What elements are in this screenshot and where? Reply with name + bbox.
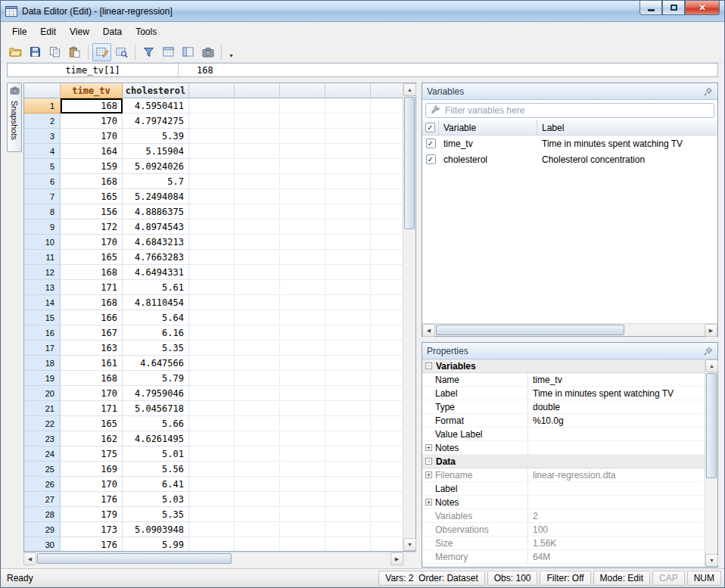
cell-time_tv-23[interactable]: 162 (61, 431, 123, 446)
cell-empty[interactable] (189, 250, 235, 265)
cell-empty[interactable] (189, 492, 235, 507)
cell-empty[interactable] (325, 522, 371, 537)
cell-empty[interactable] (325, 492, 371, 507)
cell-empty[interactable] (325, 431, 371, 446)
row-number[interactable]: 25 (24, 462, 61, 477)
cell-empty[interactable] (280, 250, 325, 265)
cell-cholesterol-25[interactable]: 5.56 (123, 462, 189, 477)
cell-empty[interactable] (280, 522, 325, 537)
cell-time_tv-9[interactable]: 172 (61, 219, 123, 235)
cell-empty[interactable] (371, 446, 403, 462)
row-number[interactable]: 30 (24, 537, 61, 551)
cell-empty[interactable] (371, 280, 403, 295)
scroll-right-button[interactable]: ▶ (391, 552, 403, 565)
expander-icon[interactable]: - (425, 362, 432, 369)
cell-time_tv-17[interactable]: 163 (61, 341, 123, 356)
row-number[interactable]: 6 (24, 174, 61, 189)
cell-empty[interactable] (235, 477, 280, 492)
cell-empty[interactable] (325, 250, 371, 265)
cell-empty[interactable] (325, 341, 371, 356)
cell-empty[interactable] (189, 280, 235, 295)
cell-empty[interactable] (280, 356, 325, 371)
cell-empty[interactable] (371, 310, 403, 325)
scroll-up-button[interactable]: ▲ (705, 359, 718, 372)
property-value[interactable]: 64M (528, 550, 705, 563)
scroll-down-button[interactable]: ▼ (403, 538, 416, 551)
cell-empty[interactable] (280, 98, 325, 114)
properties-vscroll-track[interactable] (705, 372, 717, 554)
property-value[interactable] (528, 482, 705, 495)
cell-empty[interactable] (189, 310, 235, 325)
cell-empty[interactable] (235, 219, 280, 235)
cell-empty[interactable] (189, 386, 235, 401)
row-number[interactable]: 21 (24, 401, 61, 416)
row-number[interactable]: 18 (24, 356, 61, 371)
cell-empty[interactable] (235, 189, 280, 204)
cell-empty[interactable] (325, 129, 371, 144)
cell-cholesterol-15[interactable]: 5.64 (123, 310, 189, 325)
cell-cholesterol-9[interactable]: 4.8974543 (123, 219, 189, 235)
cell-cholesterol-30[interactable]: 5.99 (123, 537, 189, 551)
cell-reference[interactable]: time_tv[1] (8, 64, 179, 76)
property-value[interactable]: double (528, 400, 705, 413)
row-number[interactable]: 5 (24, 159, 61, 174)
cell-cholesterol-28[interactable]: 5.35 (123, 507, 189, 522)
cell-time_tv-19[interactable]: 168 (61, 371, 123, 386)
row-number[interactable]: 2 (24, 114, 61, 129)
cell-time_tv-4[interactable]: 164 (61, 144, 123, 159)
cell-time_tv-8[interactable]: 156 (61, 204, 123, 219)
cell-empty[interactable] (280, 219, 325, 235)
checkbox-icon[interactable]: ✓ (426, 138, 436, 148)
cell-empty[interactable] (189, 204, 235, 219)
cell-empty[interactable] (280, 114, 325, 129)
row-number[interactable]: 26 (24, 477, 61, 492)
row-number[interactable]: 1 (24, 98, 61, 114)
cell-empty[interactable] (235, 265, 280, 280)
cell-time_tv-24[interactable]: 175 (61, 446, 123, 462)
row-number[interactable]: 9 (24, 219, 61, 235)
cell-cholesterol-26[interactable]: 6.41 (123, 477, 189, 492)
cell-empty[interactable] (189, 446, 235, 462)
row-number[interactable]: 14 (24, 295, 61, 310)
cell-empty[interactable] (280, 204, 325, 219)
row-number[interactable]: 12 (24, 265, 61, 280)
cell-time_tv-28[interactable]: 179 (61, 507, 123, 522)
menu-file[interactable]: File (5, 23, 33, 40)
checkbox-icon[interactable]: ✓ (426, 154, 436, 164)
scroll-down-button[interactable]: ▼ (705, 554, 718, 567)
cell-empty[interactable] (280, 310, 325, 325)
cell-empty[interactable] (325, 144, 371, 159)
cell-empty[interactable] (325, 401, 371, 416)
cell-time_tv-14[interactable]: 168 (61, 295, 123, 310)
cell-empty[interactable] (371, 219, 403, 235)
cell-empty[interactable] (371, 477, 403, 492)
cell-empty[interactable] (189, 219, 235, 235)
cell-empty[interactable] (371, 235, 403, 250)
cell-empty[interactable] (371, 250, 403, 265)
cell-empty[interactable] (325, 280, 371, 295)
row-number[interactable]: 27 (24, 492, 61, 507)
cell-empty[interactable] (235, 431, 280, 446)
cell-time_tv-22[interactable]: 165 (61, 416, 123, 431)
cell-empty[interactable] (280, 477, 325, 492)
cell-empty[interactable] (371, 159, 403, 174)
variable-row-cholesterol[interactable]: ✓cholesterolCholesterol concentration (422, 151, 717, 167)
variable-row-time_tv[interactable]: ✓time_tvTime in minutes spent watching T… (422, 135, 717, 151)
snapshots-icon[interactable] (198, 43, 217, 61)
cell-empty[interactable] (189, 235, 235, 250)
row-number[interactable]: 15 (24, 310, 61, 325)
properties-vscroll-thumb[interactable] (706, 373, 717, 478)
scroll-left-button[interactable]: ◀ (23, 552, 36, 565)
row-number[interactable]: 13 (24, 280, 61, 295)
cell-time_tv-10[interactable]: 170 (61, 235, 123, 250)
cell-cholesterol-12[interactable]: 4.6494331 (123, 265, 189, 280)
cell-empty[interactable] (235, 325, 280, 341)
paste-icon[interactable] (65, 43, 84, 61)
row-number[interactable]: 10 (24, 235, 61, 250)
cell-empty[interactable] (371, 325, 403, 341)
cell-empty[interactable] (280, 431, 325, 446)
cell-cholesterol-24[interactable]: 5.01 (123, 446, 189, 462)
cell-empty[interactable] (325, 477, 371, 492)
variables-window-icon[interactable] (159, 43, 178, 61)
cell-empty[interactable] (371, 522, 403, 537)
